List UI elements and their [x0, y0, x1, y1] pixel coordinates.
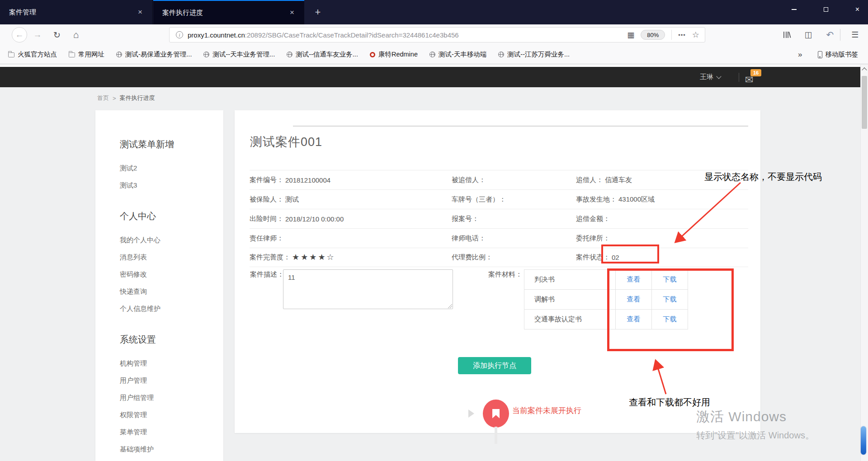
- tab-bar: 案件管理 × 案件执行进度 × + ×: [0, 0, 868, 24]
- sidebar-item-permission-management[interactable]: 权限管理: [120, 406, 223, 423]
- user-menu[interactable]: 王琳: [700, 67, 721, 87]
- field-accident-place: 事故发生地：431000区域: [576, 195, 748, 204]
- sidebar-section: 系统设置 机构管理 用户管理 用户组管理 权限管理 菜单管理 基础项维护 案件类…: [120, 334, 223, 461]
- sidebar-item-my-center[interactable]: 我的个人中心: [120, 231, 223, 249]
- field-label: 责任律师：: [250, 234, 283, 243]
- sidebar-item-base-maintain[interactable]: 基础项维护: [120, 441, 223, 458]
- messages-button[interactable]: ✉ 16: [745, 71, 763, 85]
- new-tab-button[interactable]: +: [310, 5, 326, 19]
- navigation-toolbar: ← → ↻ ⌂ i proxy1.countnet.cn:20892/SBG/C…: [0, 24, 868, 45]
- field-label: 律师电话：: [452, 234, 486, 243]
- sidebar-item-case-type[interactable]: 案件类型: [120, 458, 223, 461]
- add-execution-node-button[interactable]: 添加执行节点: [458, 357, 531, 374]
- field-value: 201812100004: [285, 176, 330, 184]
- field-case-number: 案件编号：201812100004: [250, 176, 452, 184]
- tab-close-icon[interactable]: ×: [134, 6, 146, 18]
- inner-scrollbar-thumb[interactable]: [861, 426, 866, 455]
- url-text[interactable]: proxy1.countnet.cn:20892/SBG/CaseTrack/C…: [188, 31, 627, 39]
- qr-code-icon[interactable]: ▦: [627, 30, 634, 40]
- sidebar-item-test3[interactable]: 测试3: [120, 177, 223, 194]
- bookmarks-bar: 火狐官方站点 常用网址 测试-易保通业务管理... 测试--天丰业务管理... …: [0, 45, 868, 64]
- sidebar-item-message-list[interactable]: 消息列表: [120, 249, 223, 266]
- scroll-up-arrow-icon[interactable]: [862, 67, 867, 72]
- detail-row: 案件完善度：★★★★☆ 代理费比例： 案件状态：02: [250, 248, 748, 267]
- bookmark-item[interactable]: 测试--江苏万舜业务...: [498, 50, 570, 59]
- sidebar-item-change-password[interactable]: 密码修改: [120, 266, 223, 283]
- case-detail-grid: 案件编号：201812100004 被追偿人： 追偿人：信通车友 被保险人：测试…: [250, 170, 748, 267]
- field-label: 报案号：: [452, 215, 479, 223]
- chevron-down-icon: [716, 74, 721, 79]
- bookmark-item[interactable]: 常用网址: [69, 50, 104, 59]
- username: 王琳: [700, 73, 713, 81]
- case-description-textarea[interactable]: 11: [283, 269, 453, 309]
- sidebar-item-express-query[interactable]: 快递查询: [120, 283, 223, 300]
- bookmark-item[interactable]: 火狐官方站点: [8, 50, 57, 59]
- undo-button[interactable]: ↶: [820, 24, 840, 45]
- detail-row: 被保险人：测试 车牌号（三者）： 事故发生地：431000区域: [250, 189, 748, 209]
- field-label: 被保险人：: [250, 195, 283, 204]
- window-close-button[interactable]: ×: [847, 0, 868, 19]
- bookmark-item[interactable]: 测试--天丰业务管理...: [203, 50, 275, 59]
- sidebar-item-menu-management[interactable]: 菜单管理: [120, 423, 223, 441]
- info-icon[interactable]: i: [176, 31, 183, 38]
- sidebar-item-user-management[interactable]: 用户管理: [120, 372, 223, 389]
- field-debtor: 被追偿人：: [452, 176, 576, 184]
- forward-button[interactable]: →: [30, 24, 45, 45]
- field-lawyer-phone: 律师电话：: [452, 234, 576, 243]
- home-button[interactable]: ⌂: [67, 24, 85, 45]
- bookmark-star-icon[interactable]: ☆: [692, 30, 699, 40]
- sidebar-toggle-button[interactable]: ◫: [798, 24, 818, 45]
- sidebar-item-test2[interactable]: 测试2: [120, 160, 223, 177]
- bookmark-item[interactable]: 测试-天丰移动端: [429, 50, 486, 59]
- bookmark-label: 测试-天丰移动端: [439, 50, 486, 59]
- phone-icon: [818, 51, 822, 58]
- tab-close-icon[interactable]: ×: [286, 7, 298, 19]
- detail-row: 案件编号：201812100004 被追偿人： 追偿人：信通车友: [250, 170, 748, 189]
- tab-title: 案件执行进度: [162, 9, 286, 17]
- scrollbar-thumb[interactable]: [862, 76, 867, 129]
- field-label: 案件编号：: [250, 176, 283, 184]
- page-title: 测试案件001: [250, 134, 322, 150]
- hamburger-menu-button[interactable]: ☰: [844, 24, 865, 45]
- back-button[interactable]: ←: [10, 24, 29, 45]
- tab-case-progress-active[interactable]: 案件执行进度 ×: [153, 0, 304, 24]
- redmine-icon: [370, 52, 375, 57]
- mobile-bookmarks-item[interactable]: 移动版书签: [818, 50, 860, 59]
- url-bar[interactable]: i proxy1.countnet.cn:20892/SBG/CaseTrack…: [169, 27, 705, 42]
- material-name: 调解书: [524, 290, 616, 310]
- library-icon: [782, 30, 791, 39]
- field-value: 信通车友: [605, 176, 632, 184]
- materials-label: 案件材料：: [488, 270, 522, 279]
- sidebar-item-usergroup-management[interactable]: 用户组管理: [120, 389, 223, 406]
- bookmark-item[interactable]: 测试--信通车友业务...: [287, 50, 358, 59]
- unread-count-badge: 16: [750, 69, 761, 76]
- divider: [671, 30, 672, 40]
- sidebar-section-title: 系统设置: [120, 334, 223, 346]
- folder-icon: [69, 52, 75, 57]
- url-fade: [595, 31, 627, 39]
- bookmark-item[interactable]: 测试-易保通业务管理...: [116, 50, 192, 59]
- library-button[interactable]: [777, 24, 797, 45]
- field-label: 追偿人：: [576, 176, 603, 184]
- page-actions-icon[interactable]: •••: [678, 32, 686, 38]
- browser-scrollbar[interactable]: [860, 65, 868, 461]
- detail-row: 出险时间：2018/12/10 0:00:00 报案号： 追偿金额：: [250, 209, 748, 228]
- reload-button[interactable]: ↻: [49, 24, 65, 45]
- sidebar-item-profile-maintain[interactable]: 个人信息维护: [120, 300, 223, 317]
- bookmark-label: 测试--天丰业务管理...: [212, 50, 275, 59]
- zoom-level-badge[interactable]: 80%: [641, 30, 665, 40]
- tab-case-management[interactable]: 案件管理 ×: [0, 0, 153, 24]
- field-value: 431000区域: [618, 195, 655, 204]
- browser-window: 案件管理 × 案件执行进度 × + × ← → ↻ ⌂ i proxy1.cou…: [0, 0, 868, 461]
- bookmarks-overflow-chevron[interactable]: »: [794, 50, 806, 59]
- window-maximize-button[interactable]: [815, 0, 836, 19]
- url-host: proxy1.countnet.cn: [188, 31, 245, 39]
- url-bar-actions: ▦ 80% ••• ☆: [627, 30, 705, 40]
- window-minimize-button[interactable]: [783, 0, 805, 19]
- sidebar-item-org-management[interactable]: 机构管理: [120, 355, 223, 372]
- bookmark-item[interactable]: 康特Redmine: [370, 50, 418, 59]
- textarea-resize-grip[interactable]: [448, 304, 452, 308]
- folder-icon: [8, 52, 14, 57]
- bookmark-icon: [492, 409, 500, 419]
- breadcrumb-home[interactable]: 首页: [97, 94, 109, 102]
